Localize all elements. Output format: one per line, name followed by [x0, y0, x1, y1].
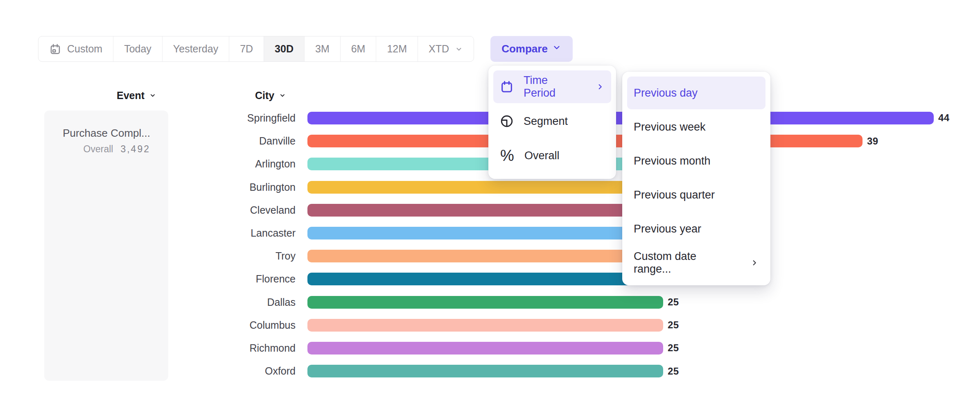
event-card-title: Purchase Compl...: [52, 127, 150, 140]
bar-category-label: Burlington: [164, 181, 296, 193]
bar-columbus[interactable]: [307, 319, 663, 332]
bar-category-label: Troy: [164, 250, 296, 262]
compare-menu-item-segment[interactable]: Segment: [493, 105, 611, 138]
bar-chart: Springfield44Danville39ArlingtonBurlingt…: [164, 0, 980, 411]
submenu-item-previous-year[interactable]: Previous year: [627, 212, 765, 245]
compare-menu-item-overall[interactable]: %Overall: [493, 139, 611, 172]
menu-item-label: Previous day: [634, 87, 698, 99]
chart-row-troy: Troy: [164, 244, 980, 268]
overall-label: Overall: [84, 144, 113, 155]
menu-item-label: Previous quarter: [634, 189, 715, 201]
menu-item-label: Previous month: [634, 155, 711, 167]
bar-value-label: 25: [668, 366, 679, 377]
menu-item-label: Overall: [524, 149, 560, 162]
event-column-header[interactable]: Event: [117, 90, 156, 102]
chart-row-burlington: Burlington: [164, 176, 980, 199]
bar-value-label: 25: [668, 319, 679, 331]
chart-row-oxford: Oxford25: [164, 359, 980, 383]
chevron-down-icon: [149, 90, 156, 102]
bar-category-label: Danville: [164, 135, 296, 147]
submenu-item-previous-quarter[interactable]: Previous quarter: [627, 178, 765, 211]
percent-icon: %: [500, 148, 515, 163]
chevron-right-icon: [750, 258, 759, 267]
analytics-report-screen: CustomTodayYesterday7D30D3M6M12MXTD Comp…: [0, 0, 980, 411]
submenu-item-previous-day[interactable]: Previous day: [627, 77, 765, 109]
pie-segment-icon: [500, 114, 514, 128]
bar-category-label: Springfield: [164, 112, 296, 124]
bar-category-label: Oxford: [164, 365, 296, 377]
toolbar-item-today[interactable]: Today: [113, 36, 162, 61]
bar-value-label: 25: [668, 342, 679, 354]
compare-dropdown-menu: Time PeriodSegment%Overall: [488, 65, 616, 179]
time-period-submenu: Previous dayPrevious weekPrevious monthP…: [622, 72, 770, 285]
menu-item-label: Previous year: [634, 223, 701, 235]
bar-category-label: Arlington: [164, 158, 296, 170]
bar-category-label: Cleveland: [164, 204, 296, 216]
event-card-overall: Overall 3,492: [52, 144, 150, 155]
bar-value-label: 44: [938, 112, 950, 124]
menu-item-label: Custom date range...: [634, 250, 730, 276]
calendar-icon: [49, 43, 61, 55]
toolbar-item-label: Today: [124, 43, 151, 55]
submenu-item-previous-month[interactable]: Previous month: [627, 145, 765, 177]
event-column-label: Event: [117, 90, 145, 102]
overall-value: 3,492: [120, 144, 150, 155]
chart-row-lancaster: Lancaster: [164, 221, 980, 245]
menu-item-label: Time Period: [524, 74, 576, 99]
bar-richmond[interactable]: [307, 342, 663, 355]
calendar-icon: [500, 80, 514, 94]
bar-category-label: Florence: [164, 273, 296, 285]
bar-springfield[interactable]: [307, 112, 934, 124]
submenu-item-previous-week[interactable]: Previous week: [627, 111, 765, 143]
compare-menu-item-time-period[interactable]: Time Period: [493, 70, 611, 103]
event-card[interactable]: Purchase Compl... Overall 3,492: [44, 111, 168, 381]
submenu-item-custom-date-range-[interactable]: Custom date range...: [627, 246, 765, 279]
bar-value-label: 39: [867, 135, 878, 147]
chevron-down-icon: [149, 92, 156, 99]
chart-row-columbus: Columbus25: [164, 314, 980, 337]
chevron-right-icon: [596, 82, 605, 91]
chart-row-cleveland: Cleveland: [164, 199, 980, 222]
chart-row-dallas: Dallas25: [164, 291, 980, 314]
chart-row-richmond: Richmond25: [164, 336, 980, 360]
menu-item-label: Previous week: [634, 121, 706, 133]
bar-category-label: Lancaster: [164, 227, 296, 239]
toolbar-item-label: Custom: [67, 43, 102, 55]
bar-category-label: Columbus: [164, 319, 296, 331]
bar-category-label: Richmond: [164, 342, 296, 354]
menu-item-label: Segment: [524, 115, 568, 128]
toolbar-item-custom[interactable]: Custom: [38, 36, 113, 61]
bar-oxford[interactable]: [307, 365, 663, 377]
bar-category-label: Dallas: [164, 296, 296, 308]
bar-value-label: 25: [668, 296, 679, 308]
bar-dallas[interactable]: [307, 296, 663, 309]
chart-row-florence: Florence: [164, 267, 980, 291]
